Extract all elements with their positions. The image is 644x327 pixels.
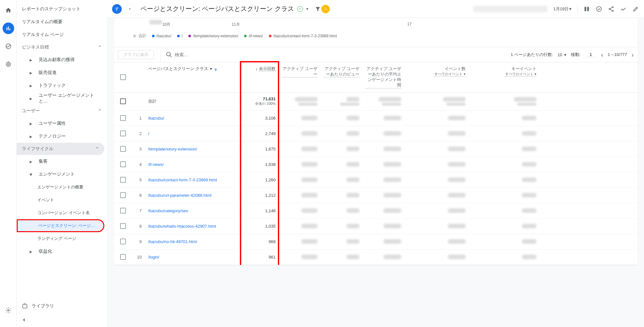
column-views-per-user[interactable]: アクティブ ユーザーあたりのビュー: [321, 62, 363, 92]
column-views[interactable]: ↓表示回数: [240, 62, 279, 92]
sidebar-monetization[interactable]: ▸収益化: [17, 245, 107, 258]
sidebar-snapshot[interactable]: レポートのスナップショット: [17, 3, 107, 15]
row-path-link[interactable]: /bazubu/url-parameter-42088.html: [145, 190, 240, 200]
trend-icon[interactable]: [620, 6, 627, 12]
date-range-picker[interactable]: 1月19日▾: [553, 6, 572, 12]
select-all-checkbox[interactable]: [120, 74, 126, 80]
legend-item[interactable]: /bazubu/contact-form-7-3-23869.html: [269, 34, 337, 38]
share-icon[interactable]: [608, 6, 614, 12]
goto-input[interactable]: [585, 52, 597, 57]
caret-icon: ▸: [30, 249, 35, 255]
row-checkbox[interactable]: [120, 239, 126, 244]
prev-page-button[interactable]: ‹: [601, 51, 603, 59]
report-card: 10月 11月 17 合計 /bazubu/ / /template/xeory…: [114, 18, 638, 265]
row-checkbox[interactable]: [120, 208, 126, 213]
search-input[interactable]: [175, 52, 271, 57]
legend-total[interactable]: 合計: [133, 33, 146, 39]
rows-per-page-select[interactable]: 10▾: [558, 52, 566, 57]
divider: [577, 5, 578, 13]
sidebar-acquisition[interactable]: ▸集客: [17, 155, 107, 168]
sidebar-user-attr[interactable]: ▸ユーザー属性: [17, 117, 107, 130]
table-row: 1 /bazubu/ 3,106: [114, 111, 638, 126]
column-avg-engagement[interactable]: アクティブ ユーザーあたりの平均エンゲージメント時間: [363, 62, 404, 92]
plot-on-chart-button[interactable]: グラフに表示: [118, 50, 154, 59]
label: /bazubu/contact-form-7-3-23869.html: [273, 34, 337, 38]
legend-dot-icon: [269, 35, 271, 37]
sidebar-user-engagement[interactable]: ▸ユーザー エンゲージメントと…: [17, 92, 107, 105]
sidebar-sales[interactable]: ▸販売促進: [17, 66, 107, 79]
row-checkbox[interactable]: [120, 98, 126, 104]
row-path-link[interactable]: /bazubu/category/seo: [145, 206, 240, 216]
segment-chip[interactable]: す: [112, 4, 122, 14]
filter-icon[interactable]: [315, 6, 321, 12]
next-page-button[interactable]: ›: [631, 51, 634, 59]
legend-item[interactable]: /if-news/: [244, 34, 263, 38]
row-path-link[interactable]: /bazubu/whatis-htaccess-42907.html: [145, 221, 240, 231]
blurred-value: [384, 162, 401, 167]
status-dropdown-icon[interactable]: ▾: [306, 6, 308, 11]
sidebar-section-user[interactable]: ユーザー⌃: [17, 105, 107, 117]
add-dimension-button[interactable]: +: [214, 66, 218, 74]
sidebar-pages-screens[interactable]: ページとスクリーン: ページ…: [17, 219, 104, 232]
sidebar-library[interactable]: ライブラリ: [17, 299, 107, 313]
add-segment-button[interactable]: +: [125, 4, 135, 14]
home-icon[interactable]: [3, 5, 14, 16]
row-checkbox[interactable]: [120, 131, 126, 136]
column-dimension[interactable]: ページパスとスクリーン クラス ▾ +: [145, 62, 240, 92]
sidebar-section-business[interactable]: ビジネス目標⌃: [17, 41, 107, 53]
reports-icon[interactable]: [3, 23, 14, 34]
sidebar-leads[interactable]: ▸見込み顧客の獲得: [17, 53, 107, 66]
sidebar-realtime-pages[interactable]: リアルタイム ページ: [17, 28, 107, 41]
sidebar-engagement-overview[interactable]: エンゲージメントの概要: [17, 181, 107, 194]
row-path-link[interactable]: /if-news/: [145, 159, 240, 169]
chevron-up-icon: ⌃: [98, 108, 102, 114]
row-checkbox[interactable]: [120, 115, 126, 121]
row-checkbox[interactable]: [120, 223, 126, 229]
column-event-count[interactable]: イベント数 すべてのイベント ▾: [404, 62, 469, 92]
row-views: 1,212: [240, 190, 279, 200]
row-views: 1,538: [240, 159, 279, 169]
sidebar-realtime-summary[interactable]: リアルタイムの概要: [17, 15, 107, 28]
row-path-link[interactable]: /bazubu/no-hit-49701.html: [145, 237, 240, 247]
legend-item[interactable]: /: [177, 34, 183, 38]
legend-item[interactable]: /bazubu/: [152, 34, 171, 38]
row-path-link[interactable]: /login/: [145, 252, 240, 262]
row-checkbox[interactable]: [120, 161, 126, 167]
sidebar-engagement[interactable]: ▾エンゲージメント: [17, 168, 107, 181]
svg-point-3: [7, 310, 9, 311]
insights-icon[interactable]: [596, 6, 602, 12]
column-key-events[interactable]: キーイベント すべてのイベント ▾: [469, 62, 540, 92]
blurred-value: [346, 147, 359, 151]
sidebar-technology[interactable]: ▸テクノロジー: [17, 130, 107, 143]
edit-icon[interactable]: [632, 6, 639, 12]
status-check-icon[interactable]: ✓: [297, 6, 303, 12]
row-checkbox[interactable]: [120, 146, 126, 152]
row-path-link[interactable]: /bazubu/: [145, 113, 240, 123]
collapse-sidebar-button[interactable]: [17, 313, 107, 327]
settings-cog-icon[interactable]: [3, 304, 14, 316]
advertising-icon[interactable]: [3, 59, 14, 70]
legend-item[interactable]: /template/xeory-extension/: [188, 34, 238, 38]
blurred-value: [514, 97, 536, 106]
explore-icon[interactable]: [3, 41, 14, 52]
table-toolbar: グラフに表示 1 ページあたりの行数: 10▾ 移動: ‹ 1～10/777 ›: [114, 47, 638, 62]
row-checkbox[interactable]: [120, 254, 126, 260]
library-icon: [22, 303, 28, 309]
blurred-value: [448, 193, 466, 197]
row-checkbox[interactable]: [120, 192, 126, 198]
sidebar-section-lifecycle[interactable]: ライフサイクル⌃: [17, 143, 104, 155]
row-path-link[interactable]: /: [145, 129, 240, 139]
compare-icon[interactable]: [583, 6, 590, 12]
sidebar-events[interactable]: イベント: [17, 194, 107, 206]
row-checkbox[interactable]: [120, 177, 126, 183]
user-avatar[interactable]: ユ: [321, 5, 330, 13]
column-active-users[interactable]: アクティブ ユーザー: [279, 62, 321, 92]
sidebar-landing-pages[interactable]: ランディング ページ: [17, 232, 107, 245]
sidebar-conversions[interactable]: コンバージョン: イベント名: [17, 206, 107, 219]
sidebar-traffic[interactable]: ▸トラフィック: [17, 79, 107, 92]
blurred-value: [448, 239, 466, 244]
label: 合計: [138, 33, 146, 39]
label: トラフィック: [39, 83, 66, 88]
row-path-link[interactable]: /template/xeory-extension/: [145, 144, 240, 154]
row-path-link[interactable]: /bazubu/contact-form-7-3-23869.html: [145, 175, 240, 185]
